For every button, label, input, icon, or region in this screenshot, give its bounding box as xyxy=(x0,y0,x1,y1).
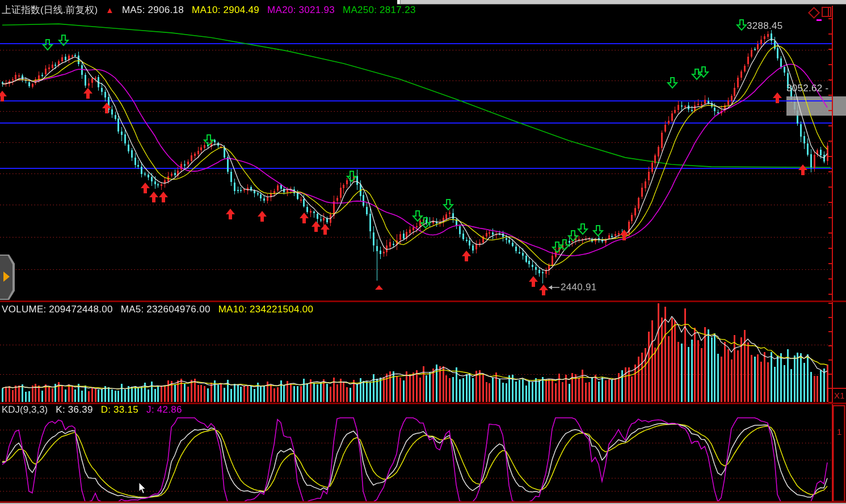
kdj-d-value: 33.15 xyxy=(113,404,138,415)
window-restore-icon[interactable] xyxy=(822,7,831,17)
high-price-label: 3288.45 xyxy=(747,20,783,32)
mouse-cursor xyxy=(138,482,147,494)
ma250-label: MA250: xyxy=(343,5,377,15)
panel-expand-handle[interactable] xyxy=(0,255,15,300)
volume-pane-header: VOLUME: 209472448.00 MA5: 232604976.00 M… xyxy=(2,304,313,315)
vol-ma10-value: 234221504.00 xyxy=(250,304,313,315)
ma20-readout: MA20: 3021.93 xyxy=(267,5,335,16)
handle-body xyxy=(0,256,12,299)
kdj-k-label: K: xyxy=(56,404,65,415)
price-pane-header: 上证指数(日线.前复权) ▲ MA5: 2906.18 MA10: 2904.4… xyxy=(2,3,416,16)
vol-ma5-readout: MA5: 232604976.00 xyxy=(121,304,211,315)
kdj-pane-header: KDJ(9,3,3) K: 36.39 D: 33.15 J: 42.86 xyxy=(2,404,182,416)
volume-pane[interactable] xyxy=(0,302,846,404)
ma10-label: MA10: xyxy=(192,5,221,15)
volume-label: VOLUME: xyxy=(2,304,47,315)
kdj-d-label: D: xyxy=(101,404,111,415)
vol-ma10-readout: MA10: 234221504.00 xyxy=(218,304,314,315)
kdj-scale-label: 1 xyxy=(837,427,842,437)
ma250-value: 2817.23 xyxy=(380,5,416,15)
kdj-k-value: 36.39 xyxy=(68,404,93,415)
app-window: 上证指数(日线.前复权) ▲ MA5: 2906.18 MA10: 2904.4… xyxy=(0,0,846,504)
vol-ma5-label: MA5: xyxy=(121,304,144,315)
ma250-readout: MA250: 2817.23 xyxy=(343,5,416,16)
kdj-j-label: J: xyxy=(146,404,154,415)
kdj-title: KDJ(9,3,3) xyxy=(2,404,48,416)
kdj-j-readout: J: 42.86 xyxy=(146,404,182,416)
level-price-label: 3052.62 - xyxy=(786,83,829,94)
ma10-value: 2904.49 xyxy=(223,5,259,15)
ma5-readout: MA5: 2906.18 xyxy=(122,5,184,16)
top-scrollbar-fragment[interactable] xyxy=(397,0,846,5)
main-price-pane[interactable] xyxy=(0,0,846,302)
volume-value: 209472448.00 xyxy=(49,304,112,315)
ma5-label: MA5: xyxy=(122,5,145,15)
kdj-indicator-pane[interactable] xyxy=(0,404,846,504)
kdj-k-readout: K: 36.39 xyxy=(56,404,92,416)
kdj-j-value: 42.86 xyxy=(157,404,182,415)
ma20-label: MA20: xyxy=(267,5,296,15)
ma20-value: 3021.93 xyxy=(298,5,335,15)
low-price-label: 2440.91 xyxy=(561,282,597,293)
ma5-value: 2906.18 xyxy=(148,5,184,15)
buy-signal-icon: ▲ xyxy=(106,5,114,15)
expand-arrow-icon xyxy=(3,272,10,282)
kdj-d-readout: D: 33.15 xyxy=(101,404,138,416)
volume-scale-label: X1 xyxy=(834,391,845,400)
highlight-dash-icon xyxy=(816,19,822,21)
vol-ma10-label: MA10: xyxy=(218,304,247,315)
symbol-title: 上证指数(日线.前复权) xyxy=(2,3,98,16)
volume-readout: VOLUME: 209472448.00 xyxy=(2,304,113,315)
ma10-readout: MA10: 2904.49 xyxy=(192,5,259,16)
vol-ma5-value: 232604976.00 xyxy=(146,304,210,315)
